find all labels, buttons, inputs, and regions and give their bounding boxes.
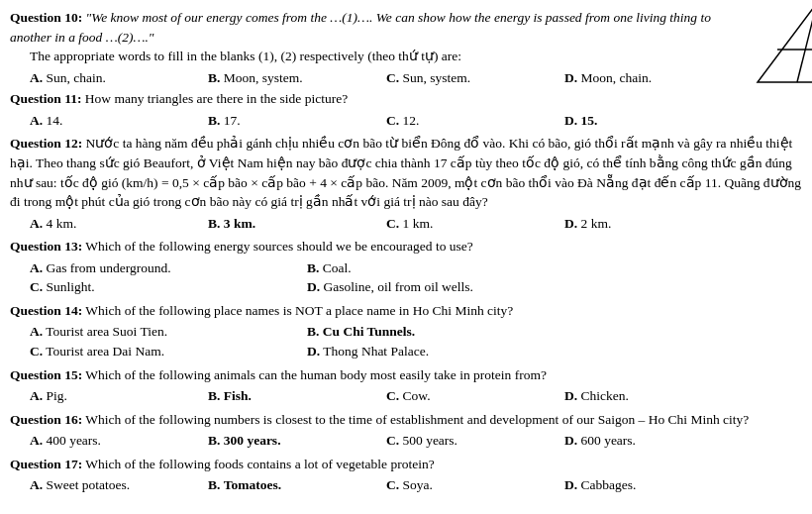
question-11-options: A. 14. B. 17. C. 12. D. 15. [30,111,802,131]
question-12-block: Question 12: Nước ta hàng năm đều phải g… [10,134,802,233]
question-10-intro: The appropriate words to fill in the bla… [30,47,743,66]
triangle-svg [753,0,812,87]
option-15-a: A. Pig. [30,386,208,406]
option-16-d: D. 600 years. [564,431,743,451]
question-14-block: Question 14: Which of the following plac… [10,301,802,361]
option-13-col2: B. Coal. D. Gasoline, oil from oil wells… [307,258,584,297]
question-17-options: A. Sweet potatoes. B. Tomatoes. C. Soya.… [30,475,802,495]
question-15-label: Question 15: [10,367,82,382]
question-12-label: Question 12: [10,136,82,151]
question-13-line: Question 13: Which of the following ener… [10,237,802,257]
option-13-col1: A. Gas from underground. C. Sunlight. [30,258,307,297]
option-17-a: A. Sweet potatoes. [30,475,208,495]
question-11-line: Question 11: How many triangles are ther… [10,89,802,109]
question-16-options: A. 400 years. B. 300 years. C. 500 years… [30,431,802,451]
option-17-c: C. Soya. [386,475,564,495]
option-11-b: B. 17. [208,111,386,131]
question-11-block: Question 11: How many triangles are ther… [10,89,802,130]
option-13-b: B. Coal. [307,258,584,278]
option-11-c: C. 12. [386,111,564,131]
question-13-text: Which of the following energy sources sh… [85,239,473,254]
question-12-text: Nước ta hàng năm đều phải gánh chịu nhiề… [10,136,801,209]
question-16-text: Which of the following numbers is closes… [85,412,749,427]
option-13-a: A. Gas from underground. [30,258,307,278]
question-10-text: "We know most of our energy comes from t… [10,10,711,45]
option-16-b: B. 300 years. [208,431,386,451]
question-15-block: Question 15: Which of the following anim… [10,365,802,406]
question-13-label: Question 13: [10,239,82,254]
question-10-title-line: Question 10: "We know most of our energy… [10,8,743,47]
option-13-c: C. Sunlight. [30,277,307,297]
option-11-a: A. 14. [30,111,208,131]
triangle-figure [753,0,812,87]
option-14-a: A. Tourist area Suoi Tien. [30,322,307,342]
option-14-col1: A. Tourist area Suoi Tien. C. Tourist ar… [30,322,307,360]
question-15-text: Which of the following animals can the h… [85,367,547,382]
question-14-label: Question 14: [10,303,82,318]
question-10-label: Question 10: [10,10,82,25]
question-16-line: Question 16: Which of the following numb… [10,410,802,430]
question-17-label: Question 17: [10,457,82,471]
option-10-d: D. Moon, chain. [564,68,743,88]
option-17-d: D. Cabbages. [564,475,743,495]
question-11-label: Question 11: [10,91,81,106]
option-11-d: D. 15. [564,111,743,131]
question-17-block: Question 17: Which of the following food… [10,455,802,495]
question-12-options: A. 4 km. B. 3 km. C. 1 km. D. 2 km. [30,214,802,234]
question-16-label: Question 16: [10,412,82,427]
option-14-c: C. Tourist area Dai Nam. [30,342,307,361]
question-14-options: A. Tourist area Suoi Tien. C. Tourist ar… [30,322,802,360]
question-10-content: Question 10: "We know most of our energy… [10,8,743,89]
option-12-c: C. 1 km. [386,214,564,234]
question-11-text: How many triangles are there in the side… [85,91,348,106]
option-13-d: D. Gasoline, oil from oil wells. [307,277,584,297]
question-14-text: Which of the following place names is NO… [85,303,513,318]
option-12-d: D. 2 km. [564,214,743,234]
page-content: Question 10: "We know most of our energy… [10,8,802,495]
option-10-a: A. Sun, chain. [30,68,208,88]
option-15-b: B. Fish. [208,386,386,406]
question-13-options: A. Gas from underground. C. Sunlight. B.… [30,258,802,297]
question-12-line: Question 12: Nước ta hàng năm đều phải g… [10,134,802,211]
option-14-b: B. Cu Chi Tunnels. [307,322,584,342]
option-15-c: C. Cow. [386,386,564,406]
question-10-options: A. Sun, chain. B. Moon, system. C. Sun, … [30,68,743,88]
question-15-options: A. Pig. B. Fish. C. Cow. D. Chicken. [30,386,802,406]
option-12-a: A. 4 km. [30,214,208,234]
option-10-c: C. Sun, system. [386,68,564,88]
option-15-d: D. Chicken. [564,386,743,406]
question-17-line: Question 17: Which of the following food… [10,455,802,474]
option-17-b: B. Tomatoes. [208,475,386,495]
svg-line-1 [797,3,812,82]
question-13-block: Question 13: Which of the following ener… [10,237,802,297]
question-16-block: Question 16: Which of the following numb… [10,410,802,451]
question-17-text: Which of the following foods contains a … [85,457,434,471]
question-10-block: Question 10: "We know most of our energy… [10,8,802,89]
option-10-b: B. Moon, system. [208,68,386,88]
option-14-d: D. Thong Nhat Palace. [307,342,584,361]
svg-marker-0 [758,3,812,82]
question-15-line: Question 15: Which of the following anim… [10,365,802,385]
option-16-a: A. 400 years. [30,431,208,451]
option-16-c: C. 500 years. [386,431,564,451]
question-14-line: Question 14: Which of the following plac… [10,301,802,321]
option-12-b: B. 3 km. [208,214,386,234]
option-14-col2: B. Cu Chi Tunnels. D. Thong Nhat Palace. [307,322,584,360]
